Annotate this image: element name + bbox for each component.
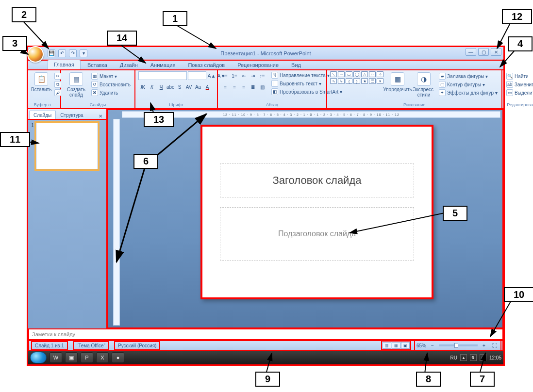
shape-outline-button[interactable]: ▢Контур фигуры ▾ (438, 81, 499, 88)
normal-view-button[interactable]: ▥ (383, 342, 391, 349)
zoom-out-button[interactable]: − (428, 341, 437, 350)
status-language[interactable]: Русский (Россия) (114, 341, 160, 350)
indent-inc-button[interactable]: ⇥ (249, 71, 257, 80)
group-paragraph-label: Абзац (221, 102, 323, 108)
tab-animation[interactable]: Анимация (145, 61, 182, 69)
callout-10: 10 (504, 287, 533, 302)
replace-button[interactable]: abЗаменить ▾ (505, 81, 533, 88)
callout-5: 5 (443, 206, 467, 221)
bullets-button[interactable]: •≡ (221, 71, 230, 80)
shape-l-arrow-icon: ⇦ (369, 71, 376, 77)
line-spacing-button[interactable]: ↕≡ (258, 71, 266, 80)
zoom-slider[interactable] (439, 344, 478, 346)
start-button[interactable] (30, 352, 47, 363)
quick-styles-button[interactable]: ◑ Экспресс-стили (412, 71, 436, 98)
subtitle-placeholder[interactable]: Подзаголовок слайда (220, 207, 414, 261)
new-slide-button[interactable]: ▤ Создать слайд (64, 71, 88, 98)
panel-close-icon[interactable]: ✕ (97, 113, 104, 120)
group-editing-label: Редактирование (505, 102, 533, 108)
find-icon: 🔍 (506, 73, 513, 80)
qat-redo-icon[interactable]: ↷ (69, 49, 77, 57)
shape-fill-button[interactable]: ▰Заливка фигуры ▾ (438, 72, 499, 80)
title-placeholder[interactable]: Заголовок слайда (220, 163, 414, 197)
underline-button[interactable]: Ч (157, 82, 166, 91)
slide-panel-tabs: Слайды Структура ✕ (28, 109, 106, 120)
system-tray: RU ▲ ⇅ 🔊 12:05 (450, 354, 501, 361)
office-button[interactable] (27, 46, 44, 63)
tab-outline[interactable]: Структура (56, 111, 87, 120)
tray-clock[interactable]: 12:05 (489, 355, 501, 360)
grow-font-button[interactable]: A▲ (207, 71, 216, 80)
callout-3: 3 (2, 36, 27, 51)
justify-button[interactable]: ≣ (249, 82, 257, 91)
taskbar-app-icon[interactable]: ● (112, 352, 124, 363)
font-color-button[interactable]: A (203, 82, 212, 91)
indent-dec-button[interactable]: ⇤ (239, 71, 248, 80)
align-right-button[interactable]: ≡ (239, 82, 248, 91)
qat-save-icon[interactable]: 💾 (48, 49, 55, 57)
select-icon: ▭ (506, 89, 513, 96)
shadow-button[interactable]: S (175, 82, 184, 91)
workspace: Слайды Структура ✕ 1 12 · 11 · 10 · 9 · … (28, 109, 503, 328)
tray-language[interactable]: RU (450, 355, 457, 360)
tab-view[interactable]: Вид (285, 61, 307, 69)
font-size-input[interactable] (188, 71, 206, 80)
sorter-view-button[interactable]: ▦ (392, 342, 400, 349)
taskbar-powerpoint-icon[interactable]: P (81, 352, 93, 363)
tray-sound-icon[interactable]: 🔊 (480, 354, 486, 361)
paste-button[interactable]: 📋 Вставить (31, 71, 51, 92)
brush-icon: 🖌 (54, 89, 61, 96)
slideshow-view-button[interactable]: ▣ (401, 342, 410, 349)
minimize-button[interactable]: — (466, 48, 476, 56)
zoom-in-button[interactable]: + (480, 341, 488, 350)
tab-design[interactable]: Дизайн (114, 61, 144, 69)
tab-insert[interactable]: Вставка (82, 61, 113, 69)
svg-line-0 (175, 24, 216, 49)
tray-network-icon[interactable]: ⇅ (470, 354, 477, 361)
taskbar-explorer-icon[interactable]: ▣ (65, 352, 78, 363)
align-left-button[interactable]: ≡ (221, 82, 230, 91)
callout-8: 8 (416, 372, 441, 387)
copy-icon: ⧉ (54, 81, 61, 88)
delete-button[interactable]: ✖Удалить (90, 89, 132, 97)
taskbar-excel-icon[interactable]: X (96, 352, 109, 363)
select-button[interactable]: ▭Выделить ▾ (505, 89, 533, 97)
layout-icon: ▦ (91, 73, 98, 80)
shape-effects-button[interactable]: ✦Эффекты для фигур ▾ (438, 89, 499, 97)
tab-slides-thumbnails[interactable]: Слайды (29, 111, 56, 120)
align-center-button[interactable]: ≡ (230, 82, 239, 91)
shapes-gallery[interactable]: ＼ → ▭ ◯ △ ⇦ ✧ ∿ ↳ { } ★ ☰ ▾ (330, 71, 383, 84)
titlebar: 💾 ↶ ↷ ▾ Презентация1 - Microsoft PowerPo… (28, 47, 503, 60)
qat-more-icon[interactable]: ▾ (80, 49, 87, 57)
qat-undo-icon[interactable]: ↶ (58, 49, 66, 57)
slide-thumbnail-1[interactable] (36, 123, 98, 169)
align-text-icon: ⎸ (271, 80, 278, 87)
fit-button[interactable]: ⛶ (490, 341, 499, 350)
tab-slideshow[interactable]: Показ слайдов (182, 61, 231, 69)
strike-button[interactable]: abc (166, 82, 175, 91)
group-slides: ▤ Создать слайд ▦Макет ▾ ↺Восстановить ✖… (61, 70, 135, 108)
numbering-button[interactable]: 1≡ (230, 71, 239, 80)
columns-button[interactable]: ▥ (258, 82, 266, 91)
callout-11: 11 (0, 132, 30, 147)
maximize-button[interactable]: ▢ (478, 48, 489, 56)
bold-button[interactable]: Ж (138, 82, 147, 91)
find-button[interactable]: 🔍Найти (505, 72, 533, 80)
thumbnail-number: 1 (31, 123, 34, 169)
zoom-control: 65% − + ⛶ (415, 341, 500, 350)
notes-pane[interactable]: Заметки к слайду (28, 328, 503, 340)
reset-button[interactable]: ↺Восстановить (90, 81, 132, 88)
taskbar-word-icon[interactable]: W (50, 352, 62, 363)
change-case-button[interactable]: Aa (194, 82, 202, 91)
slide-canvas[interactable]: Заголовок слайда Подзаголовок слайда (200, 125, 433, 299)
layout-button[interactable]: ▦Макет ▾ (90, 72, 132, 80)
callout-12: 12 (502, 9, 532, 24)
tab-review[interactable]: Рецензирование (232, 61, 284, 69)
arrange-button[interactable]: ▦ Упорядочить (385, 71, 410, 92)
char-spacing-button[interactable]: AV (184, 82, 193, 91)
tab-home[interactable]: Главная (48, 60, 81, 69)
italic-button[interactable]: К (148, 82, 156, 91)
font-family-input[interactable] (138, 71, 187, 80)
tray-flag-icon[interactable]: ▲ (460, 354, 467, 361)
close-button[interactable]: ✕ (491, 48, 501, 56)
